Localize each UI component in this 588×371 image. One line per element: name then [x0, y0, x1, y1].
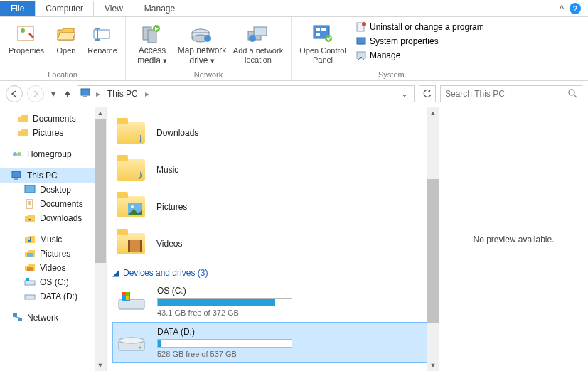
svg-rect-46	[18, 318, 22, 321]
nav-label: Homegroup	[27, 149, 72, 159]
nav-item-pictures[interactable]: Pictures	[0, 126, 106, 140]
refresh-button[interactable]	[419, 85, 436, 102]
search-input[interactable]	[445, 89, 567, 99]
address-dropdown-icon[interactable]: ⌄	[398, 89, 411, 99]
nav-item-documents-2[interactable]: Documents	[0, 197, 106, 211]
svg-line-29	[574, 95, 577, 97]
scroll-up-icon[interactable]: ▲	[95, 107, 106, 119]
svg-rect-0	[18, 26, 33, 41]
properties-icon	[15, 22, 38, 45]
nav-item-downloads[interactable]: Downloads	[0, 211, 106, 225]
nav-item-data-d[interactable]: DATA (D:)	[0, 289, 106, 303]
content-scrollbar[interactable]: ▲ ▼	[427, 107, 439, 371]
svg-rect-58	[126, 296, 129, 300]
svg-rect-34	[25, 186, 35, 193]
map-network-drive-button[interactable]: Map network drive ▾	[174, 20, 230, 68]
nav-item-os-c[interactable]: OS (C:)	[0, 275, 106, 289]
open-label: Open	[57, 46, 76, 66]
rename-button[interactable]: Rename	[84, 20, 121, 68]
tab-computer[interactable]: Computer	[35, 1, 94, 16]
drive-status: 528 GB free of 537 GB	[157, 350, 299, 358]
svg-point-49	[131, 205, 134, 208]
svg-rect-40	[27, 253, 33, 257]
folder-label: Videos	[156, 239, 182, 249]
videos-icon	[24, 262, 36, 274]
help-icon[interactable]: ?	[570, 3, 581, 14]
rename-icon	[91, 22, 114, 45]
scroll-thumb[interactable]	[427, 179, 439, 323]
nav-item-this-pc[interactable]: This PC	[0, 168, 106, 183]
svg-rect-43	[26, 278, 29, 281]
breadcrumb-sep-icon[interactable]: ▸	[95, 89, 102, 99]
manage-button[interactable]: Manage	[353, 48, 487, 63]
svg-point-20	[325, 35, 332, 42]
svg-rect-2	[94, 30, 109, 38]
svg-point-15	[249, 35, 256, 42]
nav-label: Network	[27, 313, 58, 323]
breadcrumb-sep-icon[interactable]: ▸	[144, 89, 151, 99]
svg-rect-27	[83, 96, 87, 97]
nav-up-button[interactable]	[63, 89, 73, 99]
nav-history-dropdown[interactable]: ▾	[48, 89, 58, 99]
drive-os-c[interactable]: OS (C:) 43.1 GB free of 372 GB	[112, 281, 433, 322]
nav-item-homegroup[interactable]: Homegroup	[0, 147, 106, 161]
svg-rect-56	[126, 292, 129, 296]
open-control-panel-button[interactable]: Open Control Panel	[296, 20, 350, 68]
svg-rect-51	[128, 240, 130, 252]
nav-item-network[interactable]: Network	[0, 311, 106, 325]
minimize-ribbon-icon[interactable]: ^	[560, 4, 564, 14]
folder-pictures[interactable]: Pictures	[112, 188, 433, 225]
scroll-down-icon[interactable]: ▼	[95, 360, 106, 371]
uninstall-program-button[interactable]: Uninstall or change a program	[353, 20, 487, 34]
nav-item-pictures-2[interactable]: Pictures	[0, 247, 106, 261]
folder-label: Music	[156, 165, 178, 175]
nav-forward-button[interactable]	[27, 85, 44, 102]
tab-manage[interactable]: Manage	[134, 1, 186, 16]
folder-label: Downloads	[156, 128, 198, 138]
svg-point-12	[204, 35, 211, 42]
control-panel-icon	[311, 22, 334, 45]
scroll-up-icon[interactable]: ▲	[427, 107, 439, 119]
svg-line-47	[15, 317, 20, 318]
open-button[interactable]: Open	[48, 20, 84, 68]
map-drive-icon	[191, 22, 213, 45]
svg-rect-14	[254, 27, 267, 36]
nav-item-videos[interactable]: Videos	[0, 261, 106, 275]
folder-videos[interactable]: Videos	[112, 225, 433, 262]
add-network-location-button[interactable]: Add a network location	[230, 20, 287, 68]
folder-downloads[interactable]: ↓ Downloads	[112, 114, 433, 151]
picture-overlay-icon	[128, 203, 142, 218]
nav-back-button[interactable]	[6, 85, 23, 102]
video-overlay-icon	[128, 240, 142, 255]
drive-data-d[interactable]: DATA (D:) 528 GB free of 537 GB	[112, 322, 433, 363]
nav-label: Downloads	[40, 213, 82, 223]
folder-music[interactable]: ♪ Music	[112, 151, 433, 188]
properties-button[interactable]: Properties	[4, 20, 48, 68]
search-icon[interactable]	[567, 88, 577, 100]
nav-label: Pictures	[40, 249, 70, 259]
nav-item-music[interactable]: Music	[0, 232, 106, 247]
svg-rect-44	[25, 295, 35, 299]
nav-label: This PC	[27, 171, 58, 181]
devices-section-header[interactable]: ◢ Devices and drives (3)	[112, 262, 433, 281]
tab-view[interactable]: View	[94, 1, 134, 16]
downloads-icon	[24, 213, 36, 224]
system-properties-button[interactable]: System properties	[353, 34, 487, 48]
nav-item-desktop[interactable]: Desktop	[0, 183, 106, 197]
address-bar[interactable]: ▸ This PC ▸ ⌄	[77, 85, 415, 102]
location-group-label: Location	[48, 68, 77, 79]
drive-usage-bar	[157, 298, 292, 306]
tab-file[interactable]: File	[0, 1, 35, 16]
svg-point-31	[17, 152, 21, 156]
breadcrumb-this-pc[interactable]: This PC	[105, 87, 141, 100]
scroll-thumb[interactable]	[95, 119, 106, 263]
nav-scrollbar[interactable]: ▲ ▼	[95, 107, 106, 371]
scroll-down-icon[interactable]: ▼	[427, 360, 439, 371]
open-cp-label: Open Control Panel	[297, 46, 348, 66]
nav-label: OS (C:)	[40, 277, 69, 287]
folder-icon	[115, 230, 146, 258]
access-media-button[interactable]: Access media ▾	[130, 20, 174, 68]
nav-item-documents[interactable]: Documents	[0, 112, 106, 126]
search-box[interactable]	[440, 85, 582, 102]
folder-icon	[17, 113, 28, 124]
